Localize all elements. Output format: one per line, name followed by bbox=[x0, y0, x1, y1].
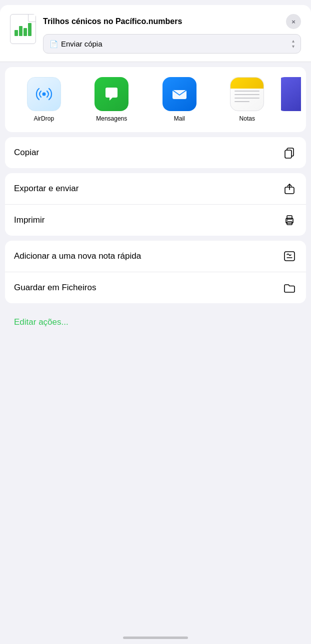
export-action[interactable]: Exportar e enviar bbox=[5, 173, 306, 205]
app-item-mail[interactable]: Mail bbox=[146, 77, 214, 122]
mail-svg bbox=[170, 84, 190, 104]
svg-rect-3 bbox=[285, 150, 292, 158]
svg-rect-10 bbox=[284, 252, 294, 261]
notes-line bbox=[234, 101, 250, 102]
notes-line bbox=[234, 94, 260, 95]
airdrop-svg bbox=[34, 84, 54, 104]
app-item-mystery[interactable] bbox=[281, 77, 301, 111]
app-item-airdrop[interactable]: AirDrop bbox=[10, 77, 78, 122]
chevron-updown-icon: ▴ ▾ bbox=[292, 39, 294, 49]
document-icon: 📄 bbox=[50, 40, 58, 48]
action-section-1: Copiar bbox=[5, 137, 306, 168]
notes-top bbox=[230, 78, 264, 89]
edit-actions[interactable]: Editar ações... bbox=[5, 308, 306, 336]
file-title: Trilhos cénicos no Pacífico.numbers bbox=[43, 17, 281, 26]
send-copy-text: Enviar cópia bbox=[61, 40, 102, 48]
share-header: Trilhos cénicos no Pacífico.numbers × 📄 … bbox=[0, 5, 311, 62]
send-copy-label: 📄 Enviar cópia bbox=[50, 40, 102, 48]
notes-line bbox=[234, 98, 260, 99]
send-copy-button[interactable]: 📄 Enviar cópia ▴ ▾ bbox=[43, 34, 301, 54]
action-section-2: Exportar e enviar Imprimir bbox=[5, 173, 306, 236]
export-label: Exportar e enviar bbox=[14, 184, 78, 194]
save-files-label: Guardar em Ficheiros bbox=[14, 283, 96, 293]
copy-icon bbox=[282, 145, 297, 160]
apps-row: AirDrop Mensagens Mai bbox=[10, 77, 301, 122]
export-icon bbox=[282, 181, 297, 196]
apps-section: AirDrop Mensagens Mai bbox=[5, 67, 306, 132]
notes-icon bbox=[230, 77, 264, 111]
app-item-notes[interactable]: Notas bbox=[214, 77, 282, 122]
svg-point-0 bbox=[42, 93, 46, 96]
print-label: Imprimir bbox=[14, 215, 44, 225]
edit-actions-label: Editar ações... bbox=[14, 317, 68, 327]
numbers-chart-icon bbox=[14, 22, 32, 36]
save-files-action[interactable]: Guardar em Ficheiros bbox=[5, 272, 306, 303]
header-title-row: Trilhos cénicos no Pacífico.numbers × bbox=[43, 14, 301, 29]
home-indicator bbox=[123, 636, 188, 639]
share-sheet: Trilhos cénicos no Pacífico.numbers × 📄 … bbox=[0, 0, 311, 644]
copy-action[interactable]: Copiar bbox=[5, 137, 306, 168]
copy-label: Copiar bbox=[14, 148, 39, 158]
quicknote-action[interactable]: Adicionar a uma nova nota rápida bbox=[5, 241, 306, 272]
mail-icon bbox=[162, 77, 196, 111]
print-action[interactable]: Imprimir bbox=[5, 205, 306, 236]
print-icon bbox=[282, 213, 297, 228]
notes-line bbox=[234, 91, 260, 92]
messages-svg bbox=[102, 84, 122, 104]
svg-rect-7 bbox=[287, 216, 292, 219]
app-label-messages: Mensagens bbox=[96, 115, 127, 122]
notes-lines bbox=[234, 91, 260, 102]
messages-icon bbox=[94, 77, 128, 111]
mystery-icon bbox=[281, 77, 301, 111]
close-button[interactable]: × bbox=[286, 14, 301, 29]
app-label-airdrop: AirDrop bbox=[34, 115, 54, 122]
svg-point-9 bbox=[287, 220, 288, 221]
airdrop-icon bbox=[27, 77, 61, 111]
header-info: Trilhos cénicos no Pacífico.numbers × 📄 … bbox=[43, 14, 301, 54]
folder-icon bbox=[282, 280, 297, 295]
action-section-3: Adicionar a uma nova nota rápida Guardar… bbox=[5, 241, 306, 303]
quicknote-label: Adicionar a uma nova nota rápida bbox=[14, 251, 141, 261]
app-label-mail: Mail bbox=[174, 115, 185, 122]
app-item-messages[interactable]: Mensagens bbox=[78, 77, 146, 122]
quicknote-icon bbox=[282, 249, 297, 264]
close-icon: × bbox=[292, 19, 296, 25]
edit-actions-section: Editar ações... bbox=[5, 308, 306, 336]
app-label-notes: Notas bbox=[240, 115, 255, 122]
file-icon bbox=[10, 14, 36, 44]
